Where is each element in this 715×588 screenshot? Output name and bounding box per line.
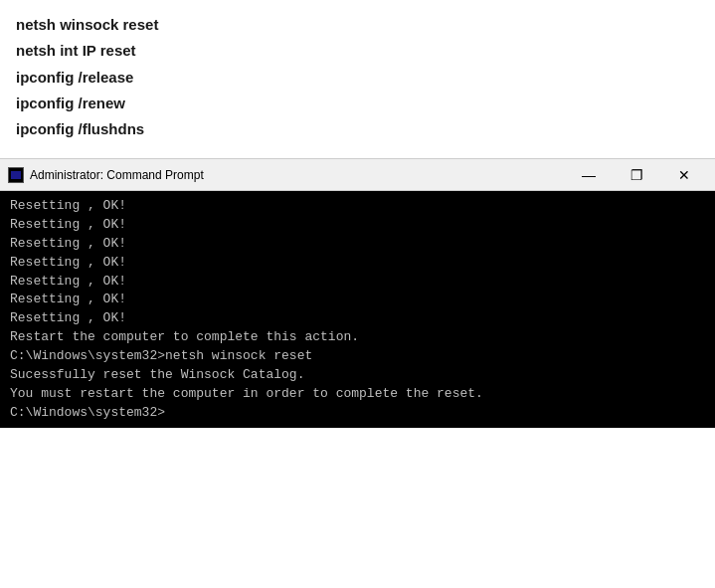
cmd-output-line: Resetting , OK! xyxy=(10,216,705,235)
cmd-output-line: Resetting , OK! xyxy=(10,235,705,254)
cmd-output-line: C:\Windows\system32>netsh winsock reset xyxy=(10,347,705,366)
cmd-output-area: Resetting , OK!Resetting , OK!Resetting … xyxy=(0,191,715,428)
cmd-output-line: Restart the computer to complete this ac… xyxy=(10,328,705,347)
minimize-button[interactable]: — xyxy=(566,159,612,191)
cmd-icon xyxy=(8,167,24,183)
instruction-line: ipconfig /release xyxy=(16,65,699,91)
cmd-output-line: Resetting , OK! xyxy=(10,291,705,309)
instruction-line: ipconfig /flushdns xyxy=(16,116,699,142)
cmd-output-line: Resetting , OK! xyxy=(10,254,705,273)
window-controls: — ❐ ✕ xyxy=(566,159,707,191)
instruction-line: ipconfig /renew xyxy=(16,91,699,116)
cmd-output-line: C:\Windows\system32> xyxy=(10,404,705,423)
cmd-output-line: Sucessfully reset the Winsock Catalog. xyxy=(10,366,705,385)
restore-button[interactable]: ❐ xyxy=(614,159,659,191)
cmd-window: Administrator: Command Prompt — ❐ ✕ Rese… xyxy=(0,159,715,428)
instruction-line: netsh winsock reset xyxy=(16,12,699,38)
cmd-output-line: Resetting , OK! xyxy=(10,309,705,328)
cmd-output-line: Resetting , OK! xyxy=(10,197,705,216)
window-title: Administrator: Command Prompt xyxy=(30,168,566,182)
instruction-line: netsh int IP reset xyxy=(16,38,699,64)
instructions-panel: netsh winsock resetnetsh int IP resetipc… xyxy=(0,0,715,159)
close-button[interactable]: ✕ xyxy=(661,159,707,191)
title-bar: Administrator: Command Prompt — ❐ ✕ xyxy=(0,159,715,191)
cmd-output-line: You must restart the computer in order t… xyxy=(10,385,705,404)
cmd-output-line: Resetting , OK! xyxy=(10,273,705,292)
